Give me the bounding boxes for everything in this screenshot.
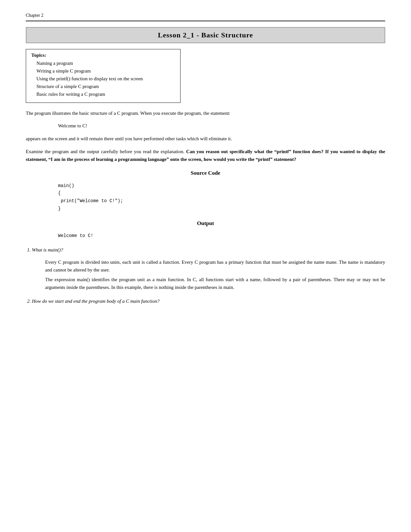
code-block: main() { print("Welcome to C!"); } [26,182,385,213]
output-heading: Output [26,219,385,228]
list-item: Structure of a simple C program [36,83,175,90]
answer-1-p1: Every C program is divided into units, e… [45,258,385,274]
main-content: The program illustrates the basic struct… [26,109,385,305]
list-item: Basic rules for writing a C program [36,90,175,98]
source-code-section: Source Code main() { print("Welcome to C… [26,169,385,213]
lesson-title-box: Lesson 2_1 - Basic Structure [26,27,385,43]
question-1-text: What is main()? [31,247,63,252]
indented-statement: Welcome to C! [26,122,385,130]
chapter-label: Chapter 2 [26,13,44,18]
topics-label: Topics: [31,53,175,58]
answer-1-p2: The expression main() identifies the pro… [45,276,385,291]
question-2-text: How do we start and end the program body… [31,299,159,304]
question-1: 1. What is main()? Every C program is di… [26,246,385,291]
output-section: Output Welcome to C! [26,219,385,240]
intro-paragraph1: The program illustrates the basic struct… [26,109,385,117]
intro-paragraph2: appears on the screen and it will remain… [26,135,385,143]
source-code-heading: Source Code [26,169,385,177]
header-divider [26,21,385,21]
list-item: Naming a program [36,59,175,67]
list-item: Writing a simple C program [36,67,175,75]
bold-paragraph: Examine the program and the output caref… [26,148,385,163]
list-item: Using the printf() function to display t… [36,75,175,83]
answer-1-block: Every C program is divided into units, e… [26,258,385,291]
lesson-title: Lesson 2_1 - Basic Structure [33,31,378,39]
chapter-header: Chapter 2 [26,13,385,18]
bold-paragraph-normal: Examine the program and the output caref… [26,149,186,154]
question-1-label: 1. What is main()? [27,246,385,254]
topics-list: Naming a program Writing a simple C prog… [31,59,175,98]
topics-box: Topics: Naming a program Writing a simpl… [26,49,181,103]
question-2: 2. How do we start and end the program b… [26,298,385,305]
question-2-label: 2. How do we start and end the program b… [27,298,385,305]
output-text: Welcome to C! [26,232,385,240]
question-1-number: 1. [27,247,31,252]
question-2-number: 2. [27,299,31,304]
